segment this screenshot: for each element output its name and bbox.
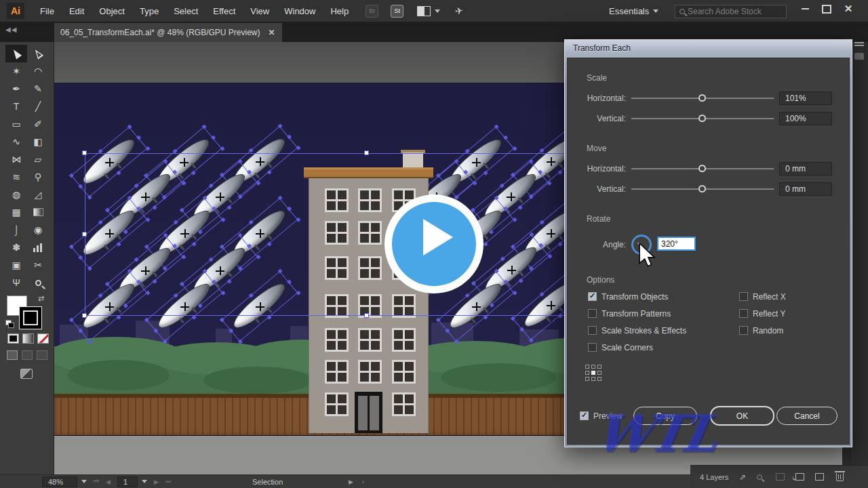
illustrator-app-icon[interactable]: Ai (7, 3, 24, 19)
menu-item-edit[interactable]: Edit (62, 2, 92, 20)
panel-tab-icon[interactable] (854, 53, 864, 60)
reference-point-locator[interactable] (585, 365, 603, 382)
make-clipping-mask-icon[interactable] (776, 473, 785, 481)
curvature-tool[interactable]: ✎ (27, 80, 49, 98)
menu-item-help[interactable]: Help (323, 2, 356, 20)
scale-vertical-field[interactable]: 100% (779, 112, 832, 125)
default-fill-stroke-icon[interactable] (5, 320, 15, 329)
artboard-number-field[interactable]: 1 (117, 476, 138, 487)
scale-corners-checkbox[interactable] (588, 343, 597, 352)
delete-layer-icon[interactable] (836, 473, 844, 481)
window-maximize-button[interactable] (816, 0, 837, 18)
scale-horizontal-field[interactable]: 101% (779, 92, 832, 105)
preview-checkbox[interactable] (580, 411, 589, 420)
gradient-mode-button[interactable] (22, 333, 34, 344)
reflect-y-checkbox[interactable] (739, 309, 748, 318)
move-horizontal-slider-handle[interactable] (698, 165, 706, 172)
eyedropper-tool[interactable]: ⌡ (5, 221, 27, 239)
draw-behind-button[interactable] (22, 350, 33, 360)
mesh-tool[interactable]: ▦ (5, 203, 27, 221)
new-layer-icon[interactable] (815, 473, 824, 481)
puppet-warp-tool[interactable]: ⚲ (27, 168, 49, 186)
scroll-chevron-icon[interactable] (682, 465, 689, 469)
reflect-tool[interactable]: ⋈ (5, 150, 27, 168)
gradient-tool[interactable] (27, 203, 49, 221)
move-horizontal-slider[interactable] (631, 168, 774, 169)
selection-handle[interactable] (82, 313, 87, 318)
scale-vertical-slider[interactable] (631, 118, 774, 119)
move-horizontal-field[interactable]: 0 mm (779, 162, 832, 176)
selection-handle[interactable] (364, 313, 369, 318)
transform-patterns-checkbox[interactable] (588, 309, 597, 318)
scale-horizontal-slider-handle[interactable] (698, 94, 706, 102)
blend-tool[interactable]: ◉ (27, 221, 49, 239)
lasso-tool[interactable]: ◠ (27, 62, 49, 80)
bridge-icon[interactable]: Br (366, 5, 378, 18)
direct-selection-tool[interactable] (27, 45, 49, 62)
menu-item-object[interactable]: Object (92, 2, 132, 20)
move-vertical-field[interactable]: 0 mm (779, 182, 832, 196)
menu-item-type[interactable]: Type (132, 2, 166, 20)
graph-tool[interactable] (27, 239, 49, 256)
window-close-button[interactable]: ✕ (838, 0, 859, 18)
selection-tool[interactable] (5, 45, 27, 62)
stroke-color-swatch[interactable] (19, 306, 42, 329)
artboard-dropdown-icon[interactable] (142, 480, 147, 483)
workspace-switcher[interactable]: Essentials (609, 6, 658, 16)
selection-handle[interactable] (82, 150, 87, 155)
previous-artboard-icon[interactable]: ◀ (106, 479, 111, 485)
transform-objects-checkbox[interactable] (588, 292, 597, 301)
paintbrush-tool[interactable]: ✐ (27, 115, 49, 133)
type-tool[interactable]: T (5, 98, 27, 115)
zoom-tool[interactable] (27, 274, 49, 291)
width-tool[interactable]: ≋ (5, 168, 27, 186)
hand-tool[interactable]: Ψ (5, 274, 27, 291)
document-tab-close-icon[interactable]: ✕ (269, 28, 275, 37)
new-sublayer-icon[interactable]: ↳ (795, 473, 804, 481)
move-vertical-slider-handle[interactable] (698, 185, 706, 192)
shape-builder-tool[interactable]: ◍ (5, 186, 27, 203)
arrange-documents-chevron-icon[interactable] (435, 9, 440, 13)
menu-item-effect[interactable]: Effect (205, 2, 243, 20)
arrange-documents-icon[interactable] (417, 6, 431, 16)
artboard-tool[interactable]: ▣ (5, 256, 27, 274)
window-minimize-button[interactable] (795, 0, 815, 18)
zoom-dropdown-icon[interactable] (81, 480, 87, 483)
menu-item-file[interactable]: File (33, 2, 62, 20)
symbol-sprayer-tool[interactable]: ✽ (5, 239, 27, 256)
locate-object-icon[interactable] (757, 474, 762, 480)
selection-handle[interactable] (82, 232, 87, 237)
ok-button[interactable]: OK (710, 406, 774, 426)
swap-fill-stroke-icon[interactable]: ⇄ (38, 294, 44, 303)
scale-vertical-slider-handle[interactable] (698, 115, 706, 122)
collect-for-export-icon[interactable]: ⇗ (739, 472, 746, 482)
shaper-tool[interactable]: ∿ (5, 133, 27, 150)
slice-tool[interactable]: ✂ (27, 256, 49, 274)
scale-strokes-effects-checkbox[interactable] (588, 326, 597, 335)
menu-item-select[interactable]: Select (166, 2, 205, 20)
none-mode-button[interactable] (37, 333, 49, 344)
draw-inside-button[interactable] (37, 350, 47, 360)
status-play-icon[interactable]: ▶ (349, 479, 353, 485)
status-back-icon[interactable]: ‹ (362, 479, 364, 485)
document-tab[interactable]: 06_05_TransformEach.ai* @ 48% (RGB/GPU P… (54, 23, 282, 42)
next-artboard-icon[interactable]: ▶ (154, 479, 159, 485)
menu-item-view[interactable]: View (243, 2, 277, 20)
first-artboard-icon[interactable]: ⏮ (94, 478, 99, 485)
magic-wand-tool[interactable]: ✶ (5, 62, 27, 80)
random-checkbox[interactable] (739, 326, 748, 335)
collapse-panels-icon[interactable]: ◀◀ (5, 26, 17, 33)
video-play-button[interactable] (384, 195, 484, 293)
reflect-x-checkbox[interactable] (739, 292, 748, 301)
free-transform-tool[interactable]: ▱ (27, 150, 49, 168)
cancel-button[interactable]: Cancel (776, 407, 837, 425)
search-adobe-stock-input[interactable]: Search Adobe Stock (675, 5, 787, 18)
pen-tool[interactable]: ✒ (5, 80, 27, 98)
color-mode-button[interactable] (7, 333, 19, 344)
draw-normal-button[interactable] (7, 350, 18, 360)
zoom-level-field[interactable]: 48% (42, 476, 77, 487)
menu-item-window[interactable]: Window (277, 2, 323, 20)
eraser-tool[interactable]: ◧ (27, 133, 49, 150)
rectangle-tool[interactable]: ▭ (5, 115, 27, 133)
last-artboard-icon[interactable]: ⏭ (165, 478, 171, 485)
